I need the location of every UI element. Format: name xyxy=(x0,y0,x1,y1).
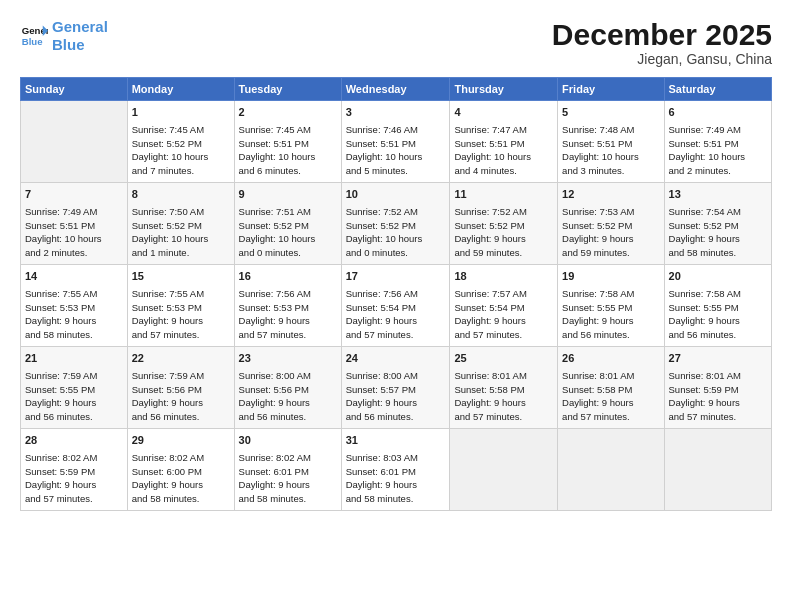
day-number: 11 xyxy=(454,187,553,203)
weekday-header-friday: Friday xyxy=(558,78,664,101)
day-info: Sunrise: 8:01 AM Sunset: 5:58 PM Dayligh… xyxy=(562,369,659,424)
calendar-cell: 15Sunrise: 7:55 AM Sunset: 5:53 PM Dayli… xyxy=(127,265,234,347)
day-info: Sunrise: 7:52 AM Sunset: 5:52 PM Dayligh… xyxy=(346,205,446,260)
day-info: Sunrise: 7:49 AM Sunset: 5:51 PM Dayligh… xyxy=(25,205,123,260)
day-number: 21 xyxy=(25,351,123,367)
calendar-cell: 20Sunrise: 7:58 AM Sunset: 5:55 PM Dayli… xyxy=(664,265,771,347)
day-number: 27 xyxy=(669,351,767,367)
day-number: 5 xyxy=(562,105,659,121)
calendar-cell: 10Sunrise: 7:52 AM Sunset: 5:52 PM Dayli… xyxy=(341,183,450,265)
calendar-cell: 17Sunrise: 7:56 AM Sunset: 5:54 PM Dayli… xyxy=(341,265,450,347)
calendar-cell xyxy=(21,101,128,183)
day-number: 9 xyxy=(239,187,337,203)
calendar-cell: 16Sunrise: 7:56 AM Sunset: 5:53 PM Dayli… xyxy=(234,265,341,347)
day-number: 31 xyxy=(346,433,446,449)
day-info: Sunrise: 7:50 AM Sunset: 5:52 PM Dayligh… xyxy=(132,205,230,260)
calendar-cell: 23Sunrise: 8:00 AM Sunset: 5:56 PM Dayli… xyxy=(234,347,341,429)
calendar-cell: 1Sunrise: 7:45 AM Sunset: 5:52 PM Daylig… xyxy=(127,101,234,183)
day-number: 18 xyxy=(454,269,553,285)
weekday-header-wednesday: Wednesday xyxy=(341,78,450,101)
calendar-cell: 31Sunrise: 8:03 AM Sunset: 6:01 PM Dayli… xyxy=(341,429,450,511)
calendar-cell xyxy=(450,429,558,511)
day-info: Sunrise: 7:58 AM Sunset: 5:55 PM Dayligh… xyxy=(562,287,659,342)
calendar-cell: 18Sunrise: 7:57 AM Sunset: 5:54 PM Dayli… xyxy=(450,265,558,347)
weekday-header-sunday: Sunday xyxy=(21,78,128,101)
weekday-header-thursday: Thursday xyxy=(450,78,558,101)
day-info: Sunrise: 7:59 AM Sunset: 5:55 PM Dayligh… xyxy=(25,369,123,424)
day-number: 16 xyxy=(239,269,337,285)
day-number: 20 xyxy=(669,269,767,285)
day-info: Sunrise: 7:54 AM Sunset: 5:52 PM Dayligh… xyxy=(669,205,767,260)
svg-text:Blue: Blue xyxy=(22,36,43,47)
calendar-week-row: 28Sunrise: 8:02 AM Sunset: 5:59 PM Dayli… xyxy=(21,429,772,511)
calendar-cell: 19Sunrise: 7:58 AM Sunset: 5:55 PM Dayli… xyxy=(558,265,664,347)
calendar-cell: 5Sunrise: 7:48 AM Sunset: 5:51 PM Daylig… xyxy=(558,101,664,183)
day-info: Sunrise: 7:58 AM Sunset: 5:55 PM Dayligh… xyxy=(669,287,767,342)
weekday-header-saturday: Saturday xyxy=(664,78,771,101)
calendar-cell: 12Sunrise: 7:53 AM Sunset: 5:52 PM Dayli… xyxy=(558,183,664,265)
calendar-cell xyxy=(558,429,664,511)
day-info: Sunrise: 7:45 AM Sunset: 5:51 PM Dayligh… xyxy=(239,123,337,178)
calendar-cell: 11Sunrise: 7:52 AM Sunset: 5:52 PM Dayli… xyxy=(450,183,558,265)
page-header: General Blue GeneralBlue December 2025 J… xyxy=(20,18,772,67)
calendar-cell: 26Sunrise: 8:01 AM Sunset: 5:58 PM Dayli… xyxy=(558,347,664,429)
day-number: 24 xyxy=(346,351,446,367)
day-number: 10 xyxy=(346,187,446,203)
day-info: Sunrise: 7:46 AM Sunset: 5:51 PM Dayligh… xyxy=(346,123,446,178)
day-info: Sunrise: 7:56 AM Sunset: 5:54 PM Dayligh… xyxy=(346,287,446,342)
calendar-cell: 3Sunrise: 7:46 AM Sunset: 5:51 PM Daylig… xyxy=(341,101,450,183)
day-number: 6 xyxy=(669,105,767,121)
day-info: Sunrise: 7:53 AM Sunset: 5:52 PM Dayligh… xyxy=(562,205,659,260)
day-number: 13 xyxy=(669,187,767,203)
calendar-cell: 14Sunrise: 7:55 AM Sunset: 5:53 PM Dayli… xyxy=(21,265,128,347)
day-number: 2 xyxy=(239,105,337,121)
day-info: Sunrise: 7:52 AM Sunset: 5:52 PM Dayligh… xyxy=(454,205,553,260)
day-number: 4 xyxy=(454,105,553,121)
weekday-header-tuesday: Tuesday xyxy=(234,78,341,101)
day-number: 8 xyxy=(132,187,230,203)
day-number: 26 xyxy=(562,351,659,367)
day-number: 3 xyxy=(346,105,446,121)
calendar-cell: 21Sunrise: 7:59 AM Sunset: 5:55 PM Dayli… xyxy=(21,347,128,429)
day-info: Sunrise: 8:01 AM Sunset: 5:59 PM Dayligh… xyxy=(669,369,767,424)
day-info: Sunrise: 7:57 AM Sunset: 5:54 PM Dayligh… xyxy=(454,287,553,342)
day-info: Sunrise: 7:55 AM Sunset: 5:53 PM Dayligh… xyxy=(25,287,123,342)
calendar-table: SundayMondayTuesdayWednesdayThursdayFrid… xyxy=(20,77,772,511)
day-number: 29 xyxy=(132,433,230,449)
calendar-cell: 6Sunrise: 7:49 AM Sunset: 5:51 PM Daylig… xyxy=(664,101,771,183)
day-info: Sunrise: 8:02 AM Sunset: 6:01 PM Dayligh… xyxy=(239,451,337,506)
day-info: Sunrise: 7:48 AM Sunset: 5:51 PM Dayligh… xyxy=(562,123,659,178)
day-info: Sunrise: 7:45 AM Sunset: 5:52 PM Dayligh… xyxy=(132,123,230,178)
calendar-cell: 8Sunrise: 7:50 AM Sunset: 5:52 PM Daylig… xyxy=(127,183,234,265)
month-title: December 2025 xyxy=(552,18,772,51)
day-info: Sunrise: 7:55 AM Sunset: 5:53 PM Dayligh… xyxy=(132,287,230,342)
calendar-cell: 25Sunrise: 8:01 AM Sunset: 5:58 PM Dayli… xyxy=(450,347,558,429)
calendar-cell: 2Sunrise: 7:45 AM Sunset: 5:51 PM Daylig… xyxy=(234,101,341,183)
day-info: Sunrise: 7:47 AM Sunset: 5:51 PM Dayligh… xyxy=(454,123,553,178)
day-number: 12 xyxy=(562,187,659,203)
calendar-cell: 9Sunrise: 7:51 AM Sunset: 5:52 PM Daylig… xyxy=(234,183,341,265)
calendar-cell: 27Sunrise: 8:01 AM Sunset: 5:59 PM Dayli… xyxy=(664,347,771,429)
day-number: 1 xyxy=(132,105,230,121)
day-info: Sunrise: 8:03 AM Sunset: 6:01 PM Dayligh… xyxy=(346,451,446,506)
day-number: 14 xyxy=(25,269,123,285)
day-info: Sunrise: 8:02 AM Sunset: 5:59 PM Dayligh… xyxy=(25,451,123,506)
day-info: Sunrise: 7:59 AM Sunset: 5:56 PM Dayligh… xyxy=(132,369,230,424)
logo-text: GeneralBlue xyxy=(52,18,108,54)
location: Jiegan, Gansu, China xyxy=(552,51,772,67)
day-number: 19 xyxy=(562,269,659,285)
day-info: Sunrise: 7:49 AM Sunset: 5:51 PM Dayligh… xyxy=(669,123,767,178)
logo-icon: General Blue xyxy=(20,22,48,50)
calendar-cell: 7Sunrise: 7:49 AM Sunset: 5:51 PM Daylig… xyxy=(21,183,128,265)
calendar-cell: 29Sunrise: 8:02 AM Sunset: 6:00 PM Dayli… xyxy=(127,429,234,511)
day-info: Sunrise: 8:00 AM Sunset: 5:57 PM Dayligh… xyxy=(346,369,446,424)
calendar-cell: 13Sunrise: 7:54 AM Sunset: 5:52 PM Dayli… xyxy=(664,183,771,265)
calendar-week-row: 1Sunrise: 7:45 AM Sunset: 5:52 PM Daylig… xyxy=(21,101,772,183)
day-number: 23 xyxy=(239,351,337,367)
calendar-cell: 24Sunrise: 8:00 AM Sunset: 5:57 PM Dayli… xyxy=(341,347,450,429)
weekday-header-monday: Monday xyxy=(127,78,234,101)
day-info: Sunrise: 7:56 AM Sunset: 5:53 PM Dayligh… xyxy=(239,287,337,342)
day-info: Sunrise: 8:02 AM Sunset: 6:00 PM Dayligh… xyxy=(132,451,230,506)
calendar-cell: 28Sunrise: 8:02 AM Sunset: 5:59 PM Dayli… xyxy=(21,429,128,511)
day-number: 15 xyxy=(132,269,230,285)
